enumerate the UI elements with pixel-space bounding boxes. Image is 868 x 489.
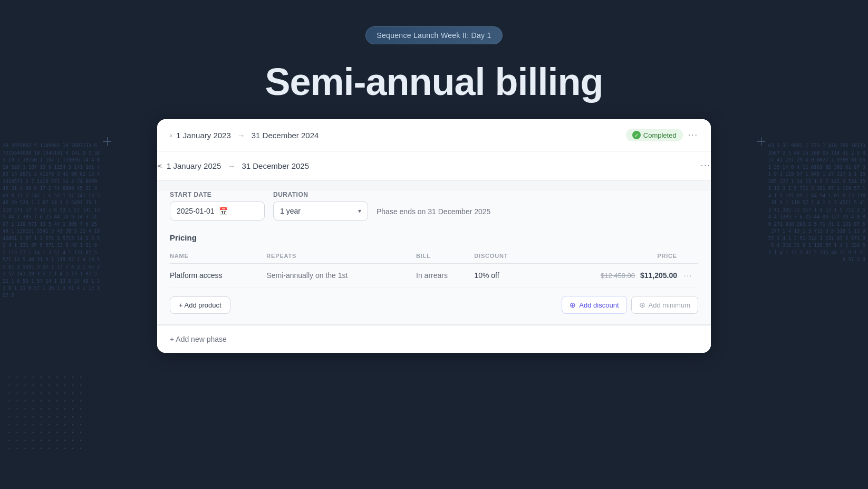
pricing-row-0: Platform access Semi-annually on the 1st… [170, 264, 698, 287]
discount-icon: ⊕ [570, 301, 576, 309]
repeats-value: Semi-annually on the 1st [266, 271, 348, 280]
pricing-table: NAME REPEATS BILL DISCOUNT PRICE Platfor… [170, 248, 698, 287]
product-name: Platform access [170, 271, 223, 280]
price-final: $11,205.00 [640, 271, 677, 280]
add-discount-label: Add discount [579, 301, 619, 309]
completed-badge: ✓ Completed [626, 129, 683, 141]
pricing-section: Pricing NAME REPEATS BILL DISCOUNT PRICE [170, 233, 698, 314]
bg-numbers-right: 03 1 31 9882 1 771 1 418 766 18113 3567 … [768, 142, 865, 348]
col-bill: BILL [416, 248, 474, 264]
add-minimum-button[interactable]: ⊕ Add minimum [631, 296, 698, 314]
right-button-group: ⊕ Add discount ⊕ Add minimum [562, 296, 698, 314]
start-date-value: 2025-01-01 [177, 207, 215, 215]
row-bill: In arrears [416, 264, 474, 287]
phase2-end: 31 December 2025 [242, 161, 309, 170]
row-discount: 10% off [474, 264, 536, 287]
badge-label: Sequence Launch Week II: Day 1 [377, 31, 491, 40]
phase1-more-icon[interactable]: ··· [688, 130, 698, 140]
phase1-start: 1 January 2023 [176, 131, 230, 140]
crosshair-tl [103, 137, 111, 146]
row-repeats: Semi-annually on the 1st [266, 264, 416, 287]
phase2-chevron[interactable]: ∨ [157, 163, 164, 168]
phase2-header: ∨ 1 January 2025 → 31 December 2025 ··· [157, 151, 711, 180]
col-actions [677, 248, 698, 264]
pricing-header-row: NAME REPEATS BILL DISCOUNT PRICE [170, 248, 698, 264]
row-name: Platform access [170, 264, 266, 287]
start-date-label: Start date [170, 191, 265, 198]
crosshair-tr [757, 137, 765, 146]
phase2-arrow: → [227, 161, 235, 170]
phase1-row: › 1 January 2023 → 31 December 2024 ✓ Co… [157, 119, 711, 151]
phase-ends-text: Phase ends on 31 December 2025 [377, 207, 490, 220]
add-product-button[interactable]: + Add product [170, 296, 230, 314]
top-badge: Sequence Launch Week II: Day 1 [365, 26, 502, 44]
row-more-icon[interactable]: ··· [677, 271, 693, 280]
add-minimum-label: Add minimum [649, 301, 690, 309]
phase2-start: 1 January 2025 [167, 161, 221, 170]
phase2-section: ∨ 1 January 2025 → 31 December 2025 ··· … [157, 151, 711, 325]
row-price: $12,450.00 $11,205.00 [536, 264, 677, 287]
phase1-right: ✓ Completed ··· [626, 129, 698, 141]
phase1-end: 31 December 2024 [252, 131, 319, 140]
row-more: ··· [677, 264, 698, 287]
phase2-more-icon[interactable]: ··· [701, 161, 711, 170]
col-name: NAME [170, 248, 266, 264]
duration-value: 1 year [280, 207, 301, 215]
phase2-form-row: Start date 2025-01-01 📅 Duration 1 year … [170, 191, 698, 220]
minimum-icon: ⊕ [639, 301, 645, 309]
phase1-left: › 1 January 2023 → 31 December 2024 [170, 131, 319, 140]
discount-value: 10% off [474, 271, 499, 280]
add-phase-label: + Add new phase [170, 335, 227, 343]
bill-value: In arrears [416, 271, 448, 280]
action-row: + Add product ⊕ Add discount ⊕ Add minim… [170, 296, 698, 314]
completed-label: Completed [643, 131, 677, 139]
phase2-right: ··· [701, 161, 711, 170]
phase1-arrow: → [237, 131, 245, 140]
calendar-icon: 📅 [219, 207, 228, 215]
col-price: PRICE [536, 248, 677, 264]
caret-down-icon: ▾ [358, 207, 361, 215]
pricing-title: Pricing [170, 233, 698, 242]
col-repeats: REPEATS [266, 248, 416, 264]
billing-card: › 1 January 2023 → 31 December 2024 ✓ Co… [157, 119, 711, 353]
phase2-left: ∨ 1 January 2025 → 31 December 2025 [157, 161, 309, 170]
duration-group: Duration 1 year ▾ [273, 191, 368, 220]
price-original: $12,450.00 [601, 272, 635, 280]
bg-numbers-left: 18 3559882 5 1149981 18 7093133 6 722554… [3, 142, 100, 348]
dot-grid-bl [5, 378, 90, 457]
phase1-chevron[interactable]: › [170, 131, 172, 139]
duration-label: Duration [273, 191, 368, 198]
add-discount-button[interactable]: ⊕ Add discount [562, 296, 626, 314]
phase2-body: Start date 2025-01-01 📅 Duration 1 year … [157, 191, 711, 325]
add-phase-row[interactable]: + Add new phase [157, 325, 711, 353]
check-icon: ✓ [632, 131, 641, 139]
start-date-group: Start date 2025-01-01 📅 [170, 191, 265, 220]
page-title: Semi-annual billing [265, 60, 603, 103]
start-date-input[interactable]: 2025-01-01 📅 [170, 202, 265, 220]
col-discount: DISCOUNT [474, 248, 536, 264]
duration-select[interactable]: 1 year ▾ [273, 202, 368, 220]
